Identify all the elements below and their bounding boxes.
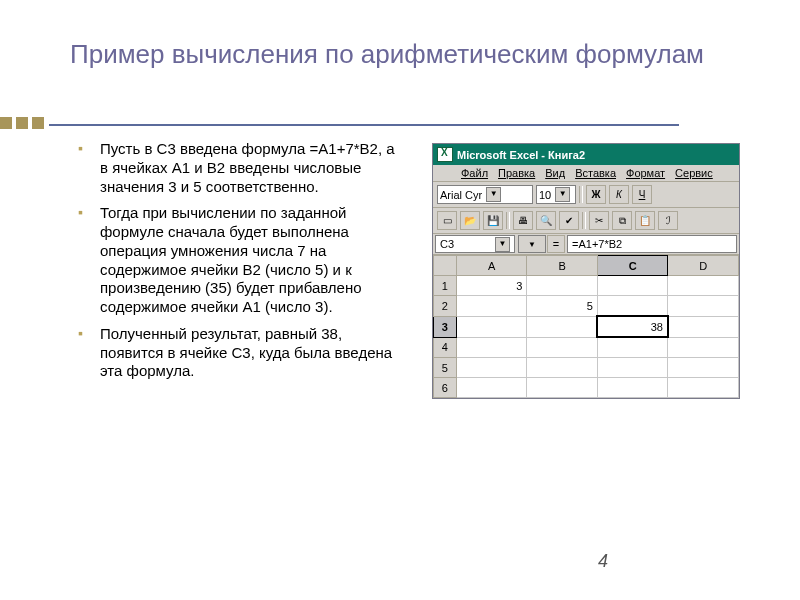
- formatting-toolbar: Arial Cyr▼ 10▼ Ж К Ч: [433, 182, 739, 208]
- cell-b6[interactable]: [527, 378, 598, 398]
- function-dropdown[interactable]: ▼: [518, 235, 546, 253]
- formula-bar: C3▼ ▼ = =A1+7*B2: [433, 234, 739, 255]
- menu-insert[interactable]: Вставка: [575, 167, 616, 179]
- name-box[interactable]: C3▼: [435, 235, 515, 253]
- equals-button[interactable]: =: [547, 235, 565, 253]
- title-block: Пример вычисления по арифметическим форм…: [70, 38, 704, 71]
- spellcheck-icon[interactable]: ✔: [559, 211, 579, 230]
- new-icon[interactable]: ▭: [437, 211, 457, 230]
- cell-d6[interactable]: [668, 378, 739, 398]
- cell-b3[interactable]: [527, 316, 598, 337]
- copy-icon[interactable]: ⧉: [612, 211, 632, 230]
- cell-b1[interactable]: [527, 276, 598, 296]
- row-header-5[interactable]: 5: [434, 358, 457, 378]
- cell-c6[interactable]: [597, 378, 668, 398]
- cell-c5[interactable]: [597, 358, 668, 378]
- menu-bar: Файл Правка Вид Вставка Формат Сервис: [433, 165, 739, 182]
- menu-service[interactable]: Сервис: [675, 167, 713, 179]
- italic-button[interactable]: К: [609, 185, 629, 204]
- underline-button[interactable]: Ч: [632, 185, 652, 204]
- preview-icon[interactable]: 🔍: [536, 211, 556, 230]
- titlebar: Microsoft Excel - Книга2: [433, 144, 739, 165]
- cell-b2[interactable]: 5: [527, 296, 598, 317]
- font-name-dropdown[interactable]: Arial Cyr▼: [437, 185, 533, 204]
- col-header-b[interactable]: B: [527, 256, 598, 276]
- bullet-3: Полученный результат, равный 38, появитс…: [100, 325, 395, 381]
- page-number: 4: [598, 551, 608, 572]
- col-header-d[interactable]: D: [668, 256, 739, 276]
- menu-format[interactable]: Формат: [626, 167, 665, 179]
- cell-b4[interactable]: [527, 337, 598, 358]
- cell-a3[interactable]: [456, 316, 527, 337]
- cell-d4[interactable]: [668, 337, 739, 358]
- titlebar-text: Microsoft Excel - Книга2: [457, 149, 585, 161]
- menu-edit[interactable]: Правка: [498, 167, 535, 179]
- spreadsheet-grid[interactable]: A B C D 1 3 2 5 3: [433, 255, 739, 398]
- cell-d2[interactable]: [668, 296, 739, 317]
- separator: [579, 186, 583, 203]
- cell-a6[interactable]: [456, 378, 527, 398]
- row-header-4[interactable]: 4: [434, 337, 457, 358]
- menu-view[interactable]: Вид: [545, 167, 565, 179]
- open-icon[interactable]: 📂: [460, 211, 480, 230]
- cell-c1[interactable]: [597, 276, 668, 296]
- cell-c4[interactable]: [597, 337, 668, 358]
- print-icon[interactable]: 🖶: [513, 211, 533, 230]
- save-icon[interactable]: 💾: [483, 211, 503, 230]
- row-header-6[interactable]: 6: [434, 378, 457, 398]
- format-painter-icon[interactable]: ℐ: [658, 211, 678, 230]
- col-header-c[interactable]: C: [597, 256, 668, 276]
- font-size-dropdown[interactable]: 10▼: [536, 185, 576, 204]
- cell-b5[interactable]: [527, 358, 598, 378]
- select-all-corner[interactable]: [434, 256, 457, 276]
- row-header-2[interactable]: 2: [434, 296, 457, 317]
- col-header-a[interactable]: A: [456, 256, 527, 276]
- bullet-2: Тогда при вычислении по заданной формуле…: [100, 204, 395, 317]
- cell-a5[interactable]: [456, 358, 527, 378]
- body-text: Пусть в С3 введена формула =А1+7*В2, а в…: [100, 140, 395, 389]
- bold-button[interactable]: Ж: [586, 185, 606, 204]
- chevron-down-icon: ▼: [495, 237, 510, 252]
- standard-toolbar: ▭ 📂 💾 🖶 🔍 ✔ ✂ ⧉ 📋 ℐ: [433, 208, 739, 234]
- excel-window: Microsoft Excel - Книга2 Файл Правка Вид…: [432, 143, 740, 399]
- cell-d5[interactable]: [668, 358, 739, 378]
- row-header-1[interactable]: 1: [434, 276, 457, 296]
- chevron-down-icon: ▼: [555, 187, 570, 202]
- cut-icon[interactable]: ✂: [589, 211, 609, 230]
- cell-a2[interactable]: [456, 296, 527, 317]
- chevron-down-icon: ▼: [486, 187, 501, 202]
- slide: Пример вычисления по арифметическим форм…: [0, 0, 800, 600]
- cell-d1[interactable]: [668, 276, 739, 296]
- chevron-down-icon: ▼: [528, 240, 536, 249]
- excel-app-icon: [437, 147, 453, 162]
- separator: [582, 212, 586, 229]
- cell-d3[interactable]: [668, 316, 739, 337]
- separator: [506, 212, 510, 229]
- formula-input[interactable]: =A1+7*B2: [567, 235, 737, 253]
- menu-file[interactable]: Файл: [461, 167, 488, 179]
- cell-a4[interactable]: [456, 337, 527, 358]
- cell-c2[interactable]: [597, 296, 668, 317]
- paste-icon[interactable]: 📋: [635, 211, 655, 230]
- row-header-3[interactable]: 3: [434, 316, 457, 337]
- page-title: Пример вычисления по арифметическим форм…: [70, 38, 704, 71]
- decorative-rule: [0, 115, 679, 133]
- cell-c3[interactable]: 38: [597, 316, 668, 337]
- bullet-1: Пусть в С3 введена формула =А1+7*В2, а в…: [100, 140, 395, 196]
- cell-a1[interactable]: 3: [456, 276, 527, 296]
